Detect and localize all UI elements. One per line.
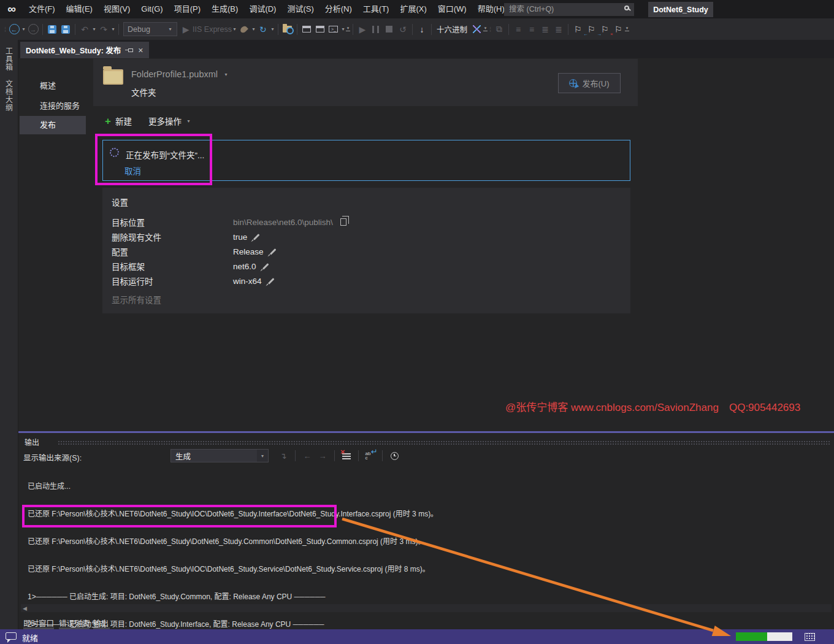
document-outline-tab[interactable]: 文档大纲 bbox=[4, 80, 14, 112]
publish-button-label: 发布(U) bbox=[582, 77, 609, 89]
comment-icon[interactable]: ≣ bbox=[538, 22, 552, 37]
notifications-icon[interactable] bbox=[805, 633, 815, 641]
hex-display-button[interactable]: 十六进制 bbox=[437, 23, 467, 35]
scroll-left-icon[interactable]: ◀ bbox=[23, 605, 27, 611]
restart-app-icon[interactable]: ↻ bbox=[256, 22, 270, 37]
setting-label: 目标框架 bbox=[112, 260, 233, 272]
menu-extensions[interactable]: 扩展(X) bbox=[394, 0, 432, 18]
decrease-indent-icon[interactable]: ≡ bbox=[511, 22, 525, 37]
setting-label: 删除现有文件 bbox=[112, 231, 233, 243]
toolbar-overflow-icon[interactable]: ▾ bbox=[625, 27, 629, 31]
build-progress-fill bbox=[736, 632, 767, 641]
pause-icon[interactable] bbox=[369, 22, 383, 37]
clear-bookmarks-icon[interactable]: ⚐× bbox=[611, 22, 625, 37]
menu-build[interactable]: 生成(B) bbox=[206, 0, 243, 18]
step-over-icon[interactable]: ↓ bbox=[415, 22, 429, 37]
toolbar-overflow-icon[interactable]: ▾ bbox=[483, 27, 488, 31]
search-input[interactable]: 搜索 (Ctrl+Q) bbox=[504, 3, 634, 16]
increase-indent-icon[interactable]: ≡ bbox=[525, 22, 538, 37]
next-message-icon[interactable]: → bbox=[316, 450, 329, 462]
menu-view[interactable]: 视图(V) bbox=[98, 0, 136, 18]
search-icon[interactable] bbox=[624, 6, 629, 10]
navigate-back-icon[interactable]: ← bbox=[7, 22, 21, 37]
restart-debug-icon[interactable]: ↺ bbox=[396, 22, 410, 37]
uncomment-icon[interactable]: ≣ bbox=[552, 22, 565, 37]
output-line: 已启动生成... bbox=[28, 482, 438, 491]
next-bookmark-icon[interactable]: ⚐→ bbox=[598, 22, 611, 37]
setting-label: 目标运行时 bbox=[112, 275, 233, 287]
copy-icon[interactable] bbox=[340, 218, 346, 226]
goto-message-icon[interactable]: ↴ bbox=[277, 450, 289, 462]
browse-with-icon[interactable] bbox=[281, 22, 294, 37]
horizontal-scrollbar[interactable]: ◀ bbox=[21, 604, 832, 612]
stop-icon[interactable] bbox=[383, 22, 396, 37]
restart-app-caret[interactable]: ▾ bbox=[270, 26, 275, 32]
previous-bookmark-icon[interactable]: ⚐← bbox=[584, 22, 598, 37]
new-window-icon[interactable] bbox=[313, 22, 327, 37]
run-target-label[interactable]: IIS Express bbox=[193, 25, 232, 34]
new-profile-button[interactable]: + 新建 bbox=[105, 115, 132, 127]
toolbox-tab[interactable]: 工具箱 bbox=[4, 47, 14, 71]
menu-debug[interactable]: 调试(D) bbox=[243, 0, 281, 18]
menu-analyze[interactable]: 分析(N) bbox=[319, 0, 358, 18]
publish-button[interactable]: 发布(U) bbox=[558, 73, 621, 93]
output-panel-title: 输出 bbox=[25, 437, 39, 447]
menu-git[interactable]: Git(G) bbox=[136, 0, 168, 18]
toggle-bookmark-icon[interactable]: ⚐ bbox=[571, 22, 584, 37]
profile-name-dropdown[interactable]: FolderProfile1.pubxml ▾ bbox=[131, 69, 229, 79]
panel-drag-texture[interactable] bbox=[58, 440, 830, 445]
redo-icon[interactable]: ↷ bbox=[97, 22, 110, 37]
toolbar-grip[interactable]: ⁞ bbox=[489, 26, 491, 33]
command-window-caret[interactable]: ▾ bbox=[340, 26, 346, 32]
edit-pencil-icon[interactable] bbox=[253, 234, 259, 240]
show-all-settings-link[interactable]: 显示所有设置 bbox=[112, 293, 161, 305]
preview-window-icon[interactable] bbox=[300, 22, 313, 37]
menu-tools[interactable]: 工具(T) bbox=[358, 0, 395, 18]
edit-pencil-icon[interactable] bbox=[262, 263, 268, 269]
feedback-bubble-icon[interactable] bbox=[6, 632, 17, 640]
hot-reload-icon[interactable] bbox=[237, 22, 251, 37]
undo-caret[interactable]: ▾ bbox=[91, 26, 97, 32]
solution-config-select[interactable]: Debug ▾ bbox=[123, 22, 177, 36]
undo-icon[interactable]: ↶ bbox=[78, 22, 91, 37]
menu-file[interactable]: 文件(F) bbox=[23, 0, 61, 18]
navigate-forward-icon[interactable]: → bbox=[26, 22, 40, 37]
solution-name-badge[interactable]: DotNet6_Study bbox=[648, 2, 713, 17]
edit-pencil-icon[interactable] bbox=[267, 278, 274, 284]
continue-icon[interactable]: ▶ bbox=[356, 22, 369, 37]
blog-watermark: @张传宁博客 www.cnblogs.com/SavionZhang QQ:90… bbox=[505, 399, 800, 414]
menu-edit[interactable]: 编辑(E) bbox=[61, 0, 98, 18]
navigate-back-caret[interactable]: ▾ bbox=[21, 26, 26, 32]
timestamp-icon[interactable] bbox=[388, 450, 400, 462]
more-actions-button[interactable]: 更多操作 ▾ bbox=[148, 115, 191, 127]
redo-caret[interactable]: ▾ bbox=[110, 26, 116, 32]
nav-publish-selected[interactable]: 发布 bbox=[20, 116, 86, 134]
threads-icon[interactable] bbox=[470, 22, 483, 37]
edit-pencil-icon[interactable] bbox=[269, 248, 275, 255]
menu-project[interactable]: 项目(P) bbox=[169, 0, 206, 18]
command-window-icon[interactable]: >_ bbox=[327, 22, 340, 37]
menu-window[interactable]: 窗口(W) bbox=[432, 0, 472, 18]
hot-reload-caret[interactable]: ▾ bbox=[251, 26, 256, 32]
start-debug-icon[interactable]: ▶ bbox=[179, 22, 193, 37]
nav-overview[interactable]: 概述 bbox=[40, 79, 56, 91]
attach-icon[interactable]: ⧉ bbox=[492, 22, 506, 37]
toolbar-overflow-icon[interactable]: ▾ bbox=[346, 27, 350, 31]
save-icon[interactable] bbox=[45, 22, 59, 37]
run-target-caret[interactable]: ▾ bbox=[232, 26, 237, 32]
word-wrap-icon[interactable]: abc bbox=[364, 450, 377, 462]
menu-test[interactable]: 测试(S) bbox=[281, 0, 319, 18]
toolbar-grip[interactable]: ⁞ bbox=[4, 26, 6, 33]
clear-all-icon[interactable] bbox=[340, 450, 353, 462]
nav-connected-services[interactable]: 连接的服务 bbox=[40, 99, 80, 111]
output-source-select[interactable]: 生成 ▾ bbox=[170, 449, 269, 462]
document-tab-publish[interactable]: DotNet6_Web_Study: 发布 × bbox=[20, 42, 149, 58]
setting-value: Release bbox=[233, 247, 264, 256]
visual-studio-logo-icon: ∞ bbox=[0, 2, 23, 16]
solution-config-value: Debug bbox=[128, 25, 150, 34]
close-icon[interactable]: × bbox=[138, 45, 143, 55]
previous-message-icon[interactable]: ← bbox=[301, 450, 313, 462]
setting-row-target-framework: 目标框架 net6.0 bbox=[112, 259, 621, 274]
pin-icon[interactable] bbox=[128, 48, 133, 52]
save-all-icon[interactable] bbox=[59, 22, 72, 37]
